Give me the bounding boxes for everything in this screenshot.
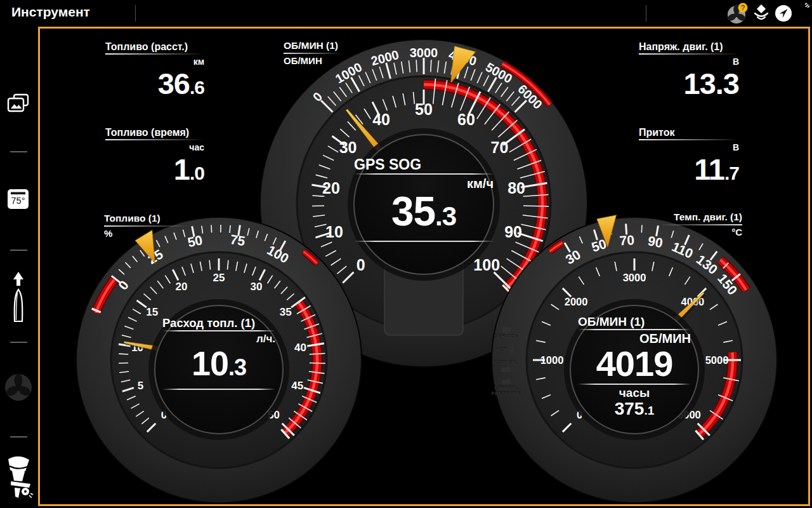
svg-text:+: + (794, 16, 797, 22)
gauge-hub-rpm: ОБ/МИН (1) ОБ/МИН 4019 часы 375.1 (578, 315, 691, 420)
temp-widget-label: 75° (11, 196, 25, 206)
outboard-motor-icon[interactable] (3, 453, 35, 507)
temperature-widget-icon[interactable]: 75° (6, 187, 31, 214)
speed-value: 35.3 (354, 192, 494, 236)
field-underline (105, 53, 204, 55)
field-value: 1.0 (105, 156, 204, 187)
top-bar: Инструмент ? (0, 0, 812, 27)
warning-low-oil: LOW OIL (481, 359, 532, 373)
warning-low-oil-pressure: LOW OIL PRESSURE (481, 377, 532, 396)
gps-status-icon[interactable]: GPS + (792, 1, 811, 24)
sidebar: 75° (0, 27, 38, 508)
field-label: Топливо (расст.) (105, 41, 204, 53)
instrument-screen: Инструмент ? (0, 0, 812, 508)
thermometer-icon (508, 344, 517, 355)
field-underline (105, 139, 204, 140)
vessel-icon[interactable] (7, 271, 30, 330)
engine-temp-scale-label: Темп. двиг. (1) °C (660, 211, 742, 238)
sonar-icon[interactable] (752, 4, 770, 25)
status-badge: ? (741, 4, 745, 11)
oil-can-icon (500, 377, 513, 385)
field-unit: час (105, 142, 204, 153)
fuel-rate-value: 10.3 (162, 347, 275, 384)
gauge-hub-fuel-rate: Расход топл. (1) л/ч. 10.3 (162, 316, 275, 390)
field-underline (639, 139, 739, 140)
engine-icon (500, 325, 513, 333)
field-fuel-time: Топливо (время) час 1.0 (105, 126, 204, 187)
field-unit: В (639, 142, 739, 153)
heading-icon[interactable] (774, 4, 793, 25)
field-fuel-distance: Топливо (расст.) км 36.6 (105, 41, 204, 102)
field-aux-voltage: Приток В 11.7 (639, 126, 739, 187)
warning-service: SERVICE (481, 325, 532, 339)
field-label: Приток (639, 126, 739, 138)
field-unit: км (105, 57, 204, 67)
screenshots-icon[interactable] (6, 93, 32, 118)
engine-hours-value: 375.1 (578, 400, 691, 420)
page-title: Инструмент (11, 4, 90, 20)
oil-can-icon (500, 365, 513, 373)
sidebar-divider (10, 250, 27, 251)
sidebar-divider (10, 151, 27, 152)
rpm-value: 4019 (578, 347, 691, 380)
field-label: Напряж. двиг. (1) (639, 41, 739, 53)
field-value: 11.7 (639, 156, 739, 187)
field-value: 36.6 (105, 70, 204, 102)
field-underline (639, 53, 739, 55)
sidebar-divider (10, 436, 27, 438)
field-unit: В (639, 57, 739, 67)
engine-hours-label: часы (578, 386, 691, 400)
field-label: Топливо (время) (105, 126, 204, 138)
field-value: 13.3 (639, 70, 739, 102)
topbar-divider (646, 5, 646, 22)
fuel-level-scale-label: Топливо (1) % (104, 213, 187, 239)
gauge-hub-speed: GPS SOG км/ч 35.3 (354, 156, 494, 242)
propulsion-icon[interactable] (4, 373, 33, 404)
tachometer-scale-label: ОБ/МИН (1) ОБ/МИН (284, 40, 342, 67)
sidebar-divider (10, 342, 27, 343)
gps-label: GPS (794, 7, 810, 16)
topbar-divider (135, 5, 136, 22)
warning-hot: HOT (481, 344, 532, 355)
engine-warning-cluster: SERVICE HOT LOW OIL LOW OIL PRESSURE (481, 325, 532, 401)
engine-status-icon[interactable]: ? (726, 1, 750, 28)
field-engine-voltage: Напряж. двиг. (1) В 13.3 (639, 41, 739, 102)
